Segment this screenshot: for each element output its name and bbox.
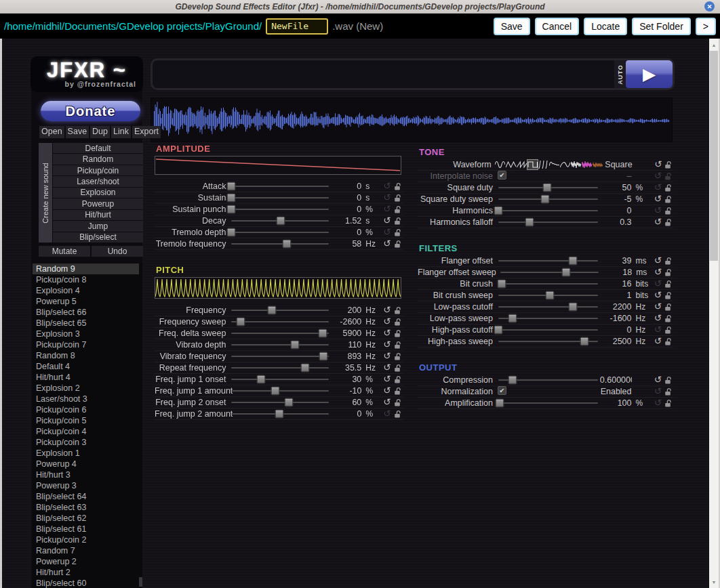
lock-icon[interactable] xyxy=(663,257,673,266)
slider-handle[interactable] xyxy=(525,218,534,227)
param-slider-track[interactable] xyxy=(230,385,331,396)
lock-icon[interactable] xyxy=(663,195,673,204)
slider-handle[interactable] xyxy=(569,303,578,312)
list-item[interactable]: Blip/select 63 xyxy=(33,502,139,513)
scroll-down-icon[interactable]: ▼ xyxy=(709,577,719,587)
param-slider-track[interactable] xyxy=(496,313,600,324)
slider-handle[interactable] xyxy=(236,318,245,327)
list-item[interactable]: Powerup 2 xyxy=(33,556,139,567)
waveform-icon-pinknoise[interactable] xyxy=(582,160,592,169)
reset-icon[interactable]: ↺ xyxy=(653,398,664,408)
file-action-link[interactable]: Link xyxy=(111,126,131,138)
list-item[interactable]: Explosion 1 xyxy=(33,448,139,459)
file-action-export[interactable]: Export xyxy=(132,126,161,138)
slider-handle[interactable] xyxy=(301,364,310,373)
reset-icon[interactable]: ↺ xyxy=(653,325,664,335)
reset-icon[interactable]: ↺ xyxy=(653,337,664,346)
slider-handle[interactable] xyxy=(318,329,327,338)
slider-handle[interactable] xyxy=(495,399,504,408)
play-button[interactable]: ▶ xyxy=(626,60,673,88)
lock-icon[interactable] xyxy=(663,218,673,227)
close-icon[interactable]: ✕ xyxy=(704,1,715,12)
list-item[interactable]: Explosion 4 xyxy=(33,285,139,296)
reset-icon[interactable]: ↺ xyxy=(382,340,393,350)
reset-icon[interactable]: ↺ xyxy=(382,239,393,249)
list-item[interactable]: Blip/select 66 xyxy=(33,307,139,318)
param-slider-track[interactable] xyxy=(496,255,600,266)
lock-icon[interactable] xyxy=(663,303,673,312)
list-item[interactable]: Pickup/coin 4 xyxy=(33,426,139,437)
lock-icon[interactable] xyxy=(663,376,673,385)
list-item[interactable]: Pickup/coin 5 xyxy=(33,415,139,426)
reset-icon[interactable]: ↺ xyxy=(653,387,664,396)
slider-handle[interactable] xyxy=(497,280,506,289)
reset-icon[interactable]: ↺ xyxy=(382,216,393,226)
reset-icon[interactable]: ↺ xyxy=(653,302,664,312)
scroll-up-icon[interactable]: ▲ xyxy=(709,40,719,49)
list-item[interactable]: Hit/hurt 2 xyxy=(33,567,139,578)
param-slider-track[interactable] xyxy=(229,227,330,238)
reset-icon[interactable]: ↺ xyxy=(382,193,393,203)
lock-icon[interactable] xyxy=(663,337,673,346)
list-item[interactable]: Pickup/coin 8 xyxy=(33,274,139,285)
waveform-icon-square[interactable] xyxy=(527,160,538,169)
slider-handle[interactable] xyxy=(227,182,236,191)
lock-icon[interactable] xyxy=(663,326,673,335)
param-slider-track[interactable] xyxy=(229,181,330,192)
slider-handle[interactable] xyxy=(561,268,570,277)
param-slider-track[interactable] xyxy=(498,267,601,278)
filename-input[interactable] xyxy=(266,18,328,35)
waveform-icon-breaker[interactable] xyxy=(560,160,570,169)
param-slider-track[interactable] xyxy=(496,217,600,228)
lock-icon[interactable] xyxy=(393,306,403,315)
lock-icon[interactable] xyxy=(664,161,673,169)
reset-icon[interactable]: ↺ xyxy=(382,317,393,327)
list-item[interactable]: Random 9 xyxy=(33,264,139,274)
list-item[interactable]: Blip/select 61 xyxy=(33,524,139,534)
lock-icon[interactable] xyxy=(663,387,673,396)
scrollbar-thumb[interactable] xyxy=(710,51,718,261)
file-action-open[interactable]: Open xyxy=(39,126,64,138)
lock-icon[interactable] xyxy=(393,240,403,249)
preset-random[interactable]: Random xyxy=(53,154,143,164)
checkbox-interpolate-noise[interactable]: ✔ xyxy=(498,171,506,180)
param-slider-track[interactable] xyxy=(496,336,600,347)
list-item[interactable]: Pickup/coin 6 xyxy=(33,404,139,415)
param-slider-track[interactable] xyxy=(229,339,330,350)
slider-handle[interactable] xyxy=(508,314,517,323)
reset-icon[interactable]: ↺ xyxy=(653,268,663,277)
file-action-save[interactable]: Save xyxy=(66,126,89,138)
toolbar-button-cancel[interactable]: Cancel xyxy=(535,18,580,35)
slider-handle[interactable] xyxy=(271,387,279,396)
reset-icon[interactable]: ↺ xyxy=(382,363,393,373)
reset-icon[interactable]: ↺ xyxy=(653,206,664,215)
param-slider-track[interactable] xyxy=(496,182,600,193)
reset-icon[interactable]: ↺ xyxy=(653,256,664,266)
slider-handle[interactable] xyxy=(580,337,588,346)
param-slider-track[interactable] xyxy=(229,238,330,249)
reset-icon[interactable]: ↺ xyxy=(382,386,393,396)
lock-icon[interactable] xyxy=(393,228,403,237)
slider-handle[interactable] xyxy=(268,306,277,315)
waveform-icon-whitenoise[interactable] xyxy=(571,160,581,169)
mutate-button[interactable]: Mutate xyxy=(39,246,90,257)
slider-handle[interactable] xyxy=(291,341,300,350)
lock-icon[interactable] xyxy=(663,172,673,181)
window-scrollbar[interactable]: ▲ ▼ xyxy=(709,39,719,588)
lock-icon[interactable] xyxy=(393,398,403,407)
list-item[interactable]: Random 7 xyxy=(33,545,139,556)
lock-icon[interactable] xyxy=(393,318,403,327)
reset-icon[interactable]: ↺ xyxy=(382,375,393,384)
list-item[interactable]: Random 8 xyxy=(33,350,139,361)
list-item[interactable]: Explosion 3 xyxy=(33,329,139,339)
param-slider-track[interactable] xyxy=(229,374,330,385)
slider-handle[interactable] xyxy=(256,375,265,384)
reset-icon[interactable]: ↺ xyxy=(653,314,664,323)
param-slider-track[interactable] xyxy=(496,398,600,408)
slider-handle[interactable] xyxy=(494,326,503,335)
list-item[interactable]: Explosion 2 xyxy=(33,383,139,394)
list-item[interactable]: Blip/select 60 xyxy=(33,578,139,588)
preset-explosion[interactable]: Explosion xyxy=(53,188,143,198)
list-item[interactable]: Pickup/coin 3 xyxy=(33,437,139,448)
lock-icon[interactable] xyxy=(393,194,403,203)
